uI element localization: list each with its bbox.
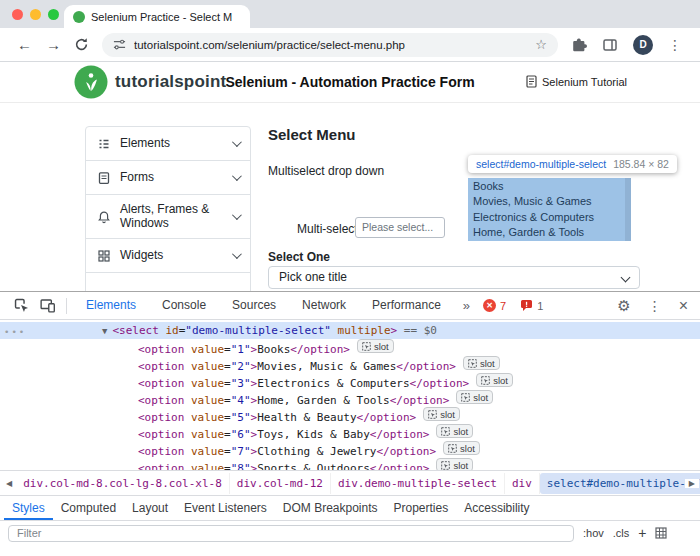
- tab-performance[interactable]: Performance: [359, 292, 454, 319]
- issues-badge[interactable]: 1: [520, 299, 543, 312]
- option-node[interactable]: <option value="8">Sports & Outdoors</opt…: [0, 458, 700, 470]
- tab-accessibility[interactable]: Accessibility: [456, 496, 537, 520]
- slot-badge[interactable]: slot: [436, 424, 473, 438]
- tab-sources[interactable]: Sources: [219, 292, 289, 319]
- bookmark-star-icon[interactable]: ☆: [535, 37, 547, 52]
- sidebar-item-widgets[interactable]: Widgets: [86, 239, 250, 273]
- breadcrumb-item[interactable]: div.col-md-12: [230, 473, 331, 494]
- select-one-dropdown[interactable]: Pick one title: [268, 266, 640, 289]
- option-node[interactable]: <option value="1">Books</option>slot: [0, 339, 700, 356]
- breadcrumb-item[interactable]: div.demo-multiple-select: [331, 473, 505, 494]
- slot-badge-icon: [441, 461, 450, 470]
- slot-badge[interactable]: slot: [423, 407, 460, 421]
- forward-button[interactable]: →: [39, 36, 68, 53]
- toggle-element-state[interactable]: :hov: [583, 527, 604, 539]
- breadcrumb-item[interactable]: div.col-md-8.col-lg-8.col-xl-8: [16, 473, 230, 494]
- highlighted-option: Electronics & Computers: [473, 210, 631, 225]
- slot-badge-icon: [468, 359, 477, 368]
- sidebar-item-alerts-frames-windows[interactable]: Alerts, Frames & Windows: [86, 195, 250, 239]
- multi-select-combobox[interactable]: Please select...: [355, 217, 445, 238]
- page-header: tutorialspoint Selenium - Automation Pra…: [0, 62, 700, 103]
- option-node[interactable]: <option value="5">Health & Beauty</optio…: [0, 407, 700, 424]
- tab-properties[interactable]: Properties: [386, 496, 457, 520]
- side-panel-icon[interactable]: [602, 37, 618, 53]
- grid-icon[interactable]: [655, 527, 667, 539]
- slot-badge[interactable]: slot: [357, 339, 394, 353]
- tab-dom-breakpoints[interactable]: DOM Breakpoints: [275, 496, 386, 520]
- browser-tab[interactable]: Selenium Practice - Select M: [64, 5, 250, 28]
- back-button[interactable]: ←: [10, 36, 39, 53]
- sidebar-item-forms[interactable]: Forms: [86, 161, 250, 195]
- reload-button[interactable]: [68, 33, 94, 57]
- close-devtools-icon[interactable]: ×: [679, 297, 688, 315]
- breadcrumb-item[interactable]: div: [505, 473, 540, 494]
- tab-elements[interactable]: Elements: [73, 292, 149, 319]
- site-info-icon[interactable]: [113, 38, 126, 51]
- slot-badge[interactable]: slot: [463, 356, 500, 370]
- sidebar-item-elements[interactable]: Elements: [86, 127, 250, 161]
- browser-menu-icon[interactable]: ⋮: [668, 37, 682, 53]
- chevron-down-icon: [232, 210, 242, 220]
- slot-badge[interactable]: slot: [443, 441, 480, 455]
- breadcrumb-scroll-right-icon[interactable]: ▶: [685, 479, 699, 488]
- slot-badge-icon: [461, 393, 470, 402]
- slot-badge[interactable]: slot: [476, 373, 513, 387]
- devtools-toolbar: Elements Console Sources Network Perform…: [0, 292, 700, 320]
- error-count: 7: [500, 300, 506, 312]
- sidebar-item-label: Forms: [120, 171, 154, 185]
- extensions-puzzle-icon[interactable]: [571, 37, 587, 53]
- selenium-tutorial-link[interactable]: Selenium Tutorial: [526, 75, 627, 88]
- tab-title: Selenium Practice - Select M: [91, 11, 241, 23]
- option-node[interactable]: <option value="4">Home, Garden & Tools</…: [0, 390, 700, 407]
- console-errors-badge[interactable]: ✕ 7: [483, 299, 506, 312]
- slot-badge[interactable]: slot: [436, 458, 473, 470]
- tab-styles[interactable]: Styles: [4, 496, 53, 520]
- breadcrumb-scroll-left-icon[interactable]: ◀: [2, 479, 16, 488]
- expand-arrow-icon[interactable]: ▼: [102, 326, 107, 336]
- issue-icon: [520, 299, 533, 312]
- option-node[interactable]: <option value="6">Toys, Kids & Baby</opt…: [0, 424, 700, 441]
- devtools-menu-icon[interactable]: ⋮: [648, 298, 662, 314]
- select-one-value: Pick one title: [279, 270, 347, 284]
- inspect-tooltip-dimensions: 185.84 × 82: [613, 158, 669, 170]
- slot-badge-icon: [428, 410, 437, 419]
- breadcrumb-item-selected[interactable]: select#demo-multiple-select: [540, 473, 700, 494]
- device-toolbar-button[interactable]: [34, 294, 60, 318]
- toolbar-actions: D ⋮: [571, 35, 682, 55]
- slot-badge-icon: [362, 342, 371, 351]
- devtools-panel: Elements Console Sources Network Perform…: [0, 291, 700, 556]
- sidebar-item-partial[interactable]: [86, 273, 250, 291]
- slot-badge-icon: [448, 444, 457, 453]
- option-node[interactable]: <option value="2">Movies, Music & Games<…: [0, 356, 700, 373]
- maximize-window-button[interactable]: [48, 9, 59, 20]
- inspect-element-button[interactable]: [8, 294, 34, 318]
- new-style-rule-button[interactable]: +: [638, 528, 646, 539]
- form-icon: [97, 171, 111, 185]
- tab-layout[interactable]: Layout: [124, 496, 176, 520]
- option-node[interactable]: <option value="7">Clothing & Jewelry</op…: [0, 441, 700, 458]
- close-window-button[interactable]: [12, 9, 23, 20]
- tab-network[interactable]: Network: [289, 292, 359, 319]
- tab-computed[interactable]: Computed: [53, 496, 124, 520]
- styles-filter-bar: :hov .cls +: [0, 520, 700, 545]
- elements-tree: ••• ▼<select id="demo-multiple-select" m…: [0, 320, 700, 470]
- profile-avatar[interactable]: D: [633, 35, 653, 55]
- multiselect-dropdown-label: Multiselect drop down: [268, 164, 384, 178]
- styles-filter-input[interactable]: [8, 525, 574, 542]
- tab-event-listeners[interactable]: Event Listeners: [176, 496, 275, 520]
- chevron-down-icon: [232, 137, 242, 147]
- inspect-tooltip-selector: select#demo-multiple-select: [476, 158, 606, 170]
- option-node[interactable]: <option value="3">Electronics & Computer…: [0, 373, 700, 390]
- toggle-element-classes[interactable]: .cls: [613, 527, 630, 539]
- minimize-window-button[interactable]: [30, 9, 41, 20]
- tab-console[interactable]: Console: [149, 292, 219, 319]
- address-bar[interactable]: tutorialspoint.com/selenium/practice/sel…: [102, 33, 558, 57]
- settings-gear-icon[interactable]: ⚙: [617, 297, 630, 315]
- overflow-dots: •••: [4, 327, 26, 337]
- selected-select-node[interactable]: ▼<select id="demo-multiple-select" multi…: [0, 322, 700, 339]
- styles-sidebar-tabs: Styles Computed Layout Event Listeners D…: [0, 495, 700, 520]
- slot-badge-icon: [481, 376, 490, 385]
- slot-badge[interactable]: slot: [456, 390, 493, 404]
- chevron-down-icon: [621, 273, 631, 283]
- more-tabs-icon[interactable]: »: [454, 298, 479, 313]
